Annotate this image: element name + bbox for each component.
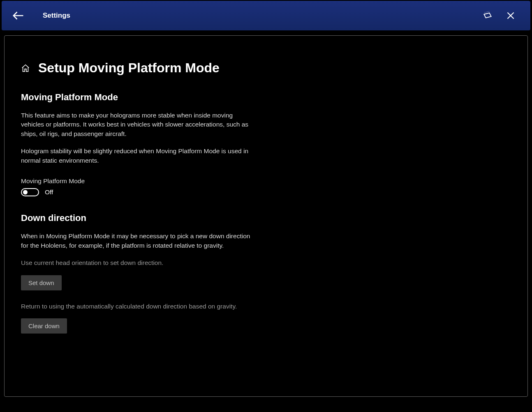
section-mpm-title: Moving Platform Mode — [21, 92, 251, 103]
section-down-title: Down direction — [21, 213, 251, 223]
mpm-toggle-label: Moving Platform Mode — [21, 177, 251, 185]
titlebar: Settings — [2, 1, 530, 30]
close-icon — [505, 10, 516, 21]
back-arrow-icon — [12, 9, 24, 22]
section-mpm-desc2: Hologram stability will be slightly redu… — [21, 147, 251, 165]
page-title: Setup Moving Platform Mode — [38, 60, 220, 76]
close-button[interactable] — [499, 4, 522, 27]
back-button[interactable] — [6, 3, 30, 28]
home-icon-button[interactable] — [21, 64, 30, 73]
window-slate-icon — [482, 10, 493, 21]
section-mpm-desc1: This feature aims to make your holograms… — [21, 111, 251, 138]
page-header: Setup Moving Platform Mode — [21, 60, 511, 76]
home-icon — [21, 64, 30, 73]
toggle-knob — [23, 190, 28, 195]
section-down-desc1: When in Moving Platform Mode it may be n… — [21, 232, 251, 250]
clear-down-button[interactable]: Clear down — [21, 318, 67, 334]
app-title: Settings — [43, 12, 70, 20]
mpm-toggle-state: Off — [45, 189, 53, 196]
clear-down-desc: Return to using the automatically calcul… — [21, 302, 251, 311]
mpm-toggle-row: Off — [21, 188, 251, 196]
section-down-direction: Down direction When in Moving Platform M… — [21, 213, 251, 345]
mpm-toggle-switch[interactable] — [21, 188, 39, 196]
set-down-button[interactable]: Set down — [21, 275, 62, 290]
section-moving-platform-mode: Moving Platform Mode This feature aims t… — [21, 92, 251, 196]
set-down-desc: Use current head orientation to set down… — [21, 258, 251, 267]
window-state-button[interactable] — [476, 4, 499, 27]
content-panel: Setup Moving Platform Mode Moving Platfo… — [4, 35, 528, 397]
